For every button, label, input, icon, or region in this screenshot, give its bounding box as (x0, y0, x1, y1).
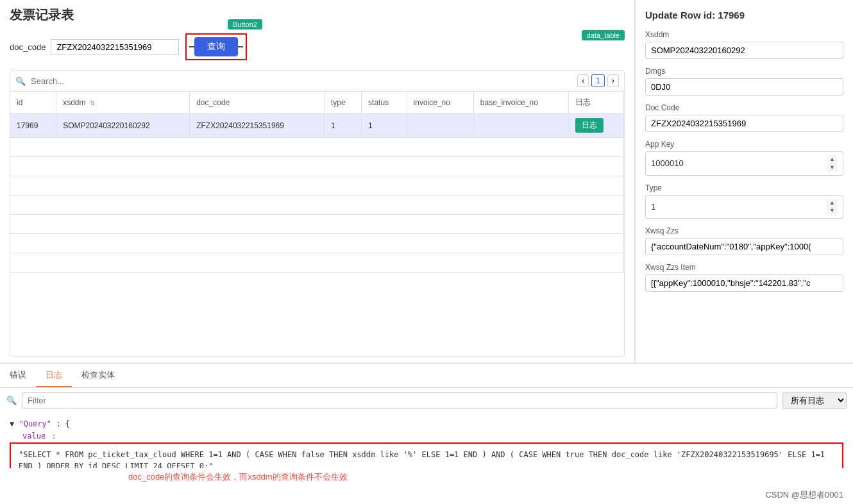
col-doc-code: doc_code (190, 92, 325, 113)
cell-type: 1 (325, 113, 362, 138)
table-row (10, 215, 624, 234)
sql-block: "SELECT * FROM pc_ticket_tax_cloud WHERE… (10, 442, 843, 468)
doc-code-right-label: Doc Code (645, 103, 843, 112)
table-row (10, 196, 624, 215)
cell-base-invoice-no (473, 113, 568, 138)
table-row[interactable]: 17969 SOMP202403220160292 ZFZX2024032215… (10, 113, 624, 138)
data-table-badge: data_table (582, 30, 625, 40)
xwsq-zzs-label: Xwsq Zzs (645, 226, 843, 235)
col-xsddm: xsddm ⇅ (56, 92, 190, 113)
doc-code-right-input[interactable] (645, 115, 843, 132)
filter-search-icon: 🔍 (6, 396, 17, 405)
app-key-increment[interactable]: ▲ (827, 155, 838, 164)
col-log: 日志 (568, 92, 623, 113)
log-button[interactable]: 日志 (575, 118, 604, 133)
app-key-spinner-container: 1000010 ▲ ▼ (645, 151, 843, 176)
table-header-row: id xsddm ⇅ doc_code type status invoice_… (10, 92, 624, 113)
type-spinner-container: 1 ▲ ▼ (645, 195, 843, 219)
type-value: 1 (651, 202, 655, 212)
cell-invoice-no (407, 113, 473, 138)
bottom-tabs: 错误 日志 检查实体 (0, 364, 853, 388)
tab-check-entity[interactable]: 检查实体 (72, 364, 124, 387)
table-row (10, 234, 624, 253)
doc-code-label: doc_code (10, 42, 46, 52)
dmgs-input[interactable] (645, 78, 843, 96)
xwsq-zzs-input[interactable] (645, 238, 843, 255)
cell-xsddm: SOMP202403220160292 (56, 113, 190, 138)
log-select[interactable]: 所有日志 (782, 392, 847, 409)
xwsq-zzs-item-input[interactable] (645, 274, 843, 292)
col-base-invoice-no: base_invoice_no (473, 92, 568, 113)
xsddm-input[interactable] (645, 42, 843, 59)
type-decrement[interactable]: ▼ (827, 206, 838, 215)
table-row (10, 253, 624, 273)
cell-id: 17969 (10, 113, 56, 138)
connector-right (238, 46, 243, 47)
filter-input[interactable] (22, 392, 777, 408)
type-label: Type (645, 183, 843, 192)
col-id: id (10, 92, 56, 113)
xsddm-label: Xsddm (645, 30, 843, 39)
xwsq-zzs-item-label: Xwsq Zzs Item (645, 263, 843, 272)
table-row (10, 176, 624, 196)
watermark: CSDN @思想者0001 (765, 489, 843, 501)
annotation: doc_code的查询条件会生效，而xsddm的查询条件不会生效 (0, 468, 853, 486)
search-input[interactable] (31, 76, 572, 86)
search-icon: 🔍 (15, 76, 26, 86)
type-increment[interactable]: ▲ (827, 199, 838, 207)
dmgs-label: Dmgs (645, 67, 843, 76)
tab-log[interactable]: 日志 (36, 364, 72, 387)
app-key-value: 1000010 (651, 158, 684, 168)
table-row (10, 157, 624, 176)
page-title: 发票记录表 (10, 6, 625, 24)
doc-code-input[interactable] (51, 39, 179, 55)
app-key-label: App Key (645, 140, 843, 149)
prev-page-button[interactable]: ‹ (577, 74, 589, 87)
table-row (10, 138, 624, 157)
col-invoice-no: invoice_no (407, 92, 473, 113)
button2-badge: Button2 (228, 19, 262, 29)
col-type: type (325, 92, 362, 113)
tab-error[interactable]: 错误 (0, 364, 36, 387)
json-tree: ▼ "Query" : { value ： "SELECT * FROM pc_… (10, 418, 843, 463)
next-page-button[interactable]: › (607, 74, 619, 87)
query-button[interactable]: 查询 (194, 37, 238, 56)
cell-doc-code: ZFZX2024032215351969 (190, 113, 325, 138)
cell-log: 日志 (568, 113, 623, 138)
right-panel-title: Update Row id: 17969 (645, 10, 843, 21)
app-key-decrement[interactable]: ▼ (827, 164, 838, 172)
col-status: status (362, 92, 407, 113)
connector-left (189, 46, 194, 47)
current-page: 1 (591, 74, 605, 87)
cell-status: 1 (362, 113, 407, 138)
